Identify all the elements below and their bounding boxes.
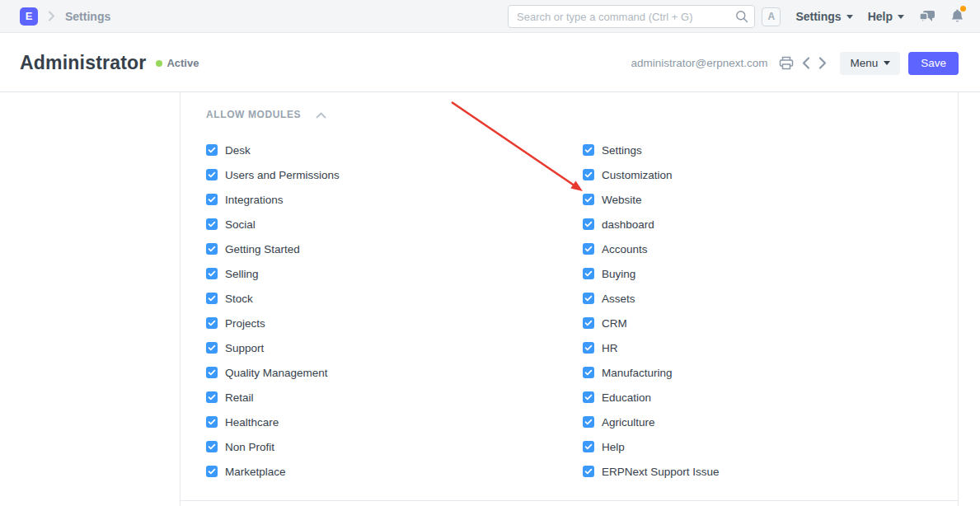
module-checkbox-row[interactable]: Support bbox=[206, 335, 583, 360]
module-checkbox[interactable] bbox=[583, 144, 594, 156]
module-label: HR bbox=[602, 342, 618, 354]
module-checkbox[interactable] bbox=[583, 441, 594, 452]
settings-dropdown-label: Settings bbox=[795, 10, 841, 23]
breadcrumb[interactable]: Settings bbox=[65, 10, 110, 23]
module-checkbox-row[interactable]: Stock bbox=[206, 286, 583, 311]
module-checkbox[interactable] bbox=[206, 342, 218, 354]
module-checkbox-row[interactable]: Getting Started bbox=[206, 237, 583, 261]
module-checkbox[interactable] bbox=[583, 169, 594, 180]
module-checkbox[interactable] bbox=[206, 293, 218, 304]
next-button[interactable] bbox=[818, 57, 827, 69]
module-checkbox-row[interactable]: Assets bbox=[583, 286, 941, 311]
search-input[interactable] bbox=[508, 5, 755, 28]
module-checkbox-row[interactable]: Accounts bbox=[583, 237, 941, 261]
module-checkbox[interactable] bbox=[206, 416, 218, 428]
caret-down-icon bbox=[898, 15, 904, 19]
print-icon[interactable] bbox=[779, 56, 794, 70]
module-checkbox-row[interactable]: Website bbox=[583, 187, 941, 212]
module-checkbox-row[interactable]: Buying bbox=[583, 261, 941, 286]
caret-down-icon bbox=[884, 61, 890, 65]
menu-button[interactable]: Menu bbox=[840, 52, 900, 75]
module-label: Marketplace bbox=[225, 466, 286, 478]
module-checkbox-row[interactable]: Manufacturing bbox=[583, 360, 941, 385]
module-label: Website bbox=[602, 194, 642, 206]
bell-icon[interactable] bbox=[950, 9, 964, 24]
module-checkbox[interactable] bbox=[206, 391, 218, 403]
module-label: Assets bbox=[602, 293, 635, 305]
user-email: administrator@erpnext.com bbox=[631, 57, 767, 69]
module-checkbox[interactable] bbox=[206, 243, 218, 255]
module-checkbox[interactable] bbox=[206, 169, 218, 180]
module-label: Education bbox=[602, 391, 651, 404]
form-body: ALLOW MODULES DeskUsers and PermissionsI… bbox=[180, 92, 959, 506]
module-checkbox[interactable] bbox=[583, 391, 594, 403]
navbar-actions: A Settings Help bbox=[762, 0, 964, 33]
module-checkbox-row[interactable]: CRM bbox=[583, 311, 941, 335]
module-checkbox-row[interactable]: Projects bbox=[206, 311, 583, 335]
module-checkbox[interactable] bbox=[206, 441, 218, 452]
module-checkbox-row[interactable]: Quality Management bbox=[206, 360, 583, 385]
module-label: Stock bbox=[225, 293, 253, 305]
module-checkbox-row[interactable]: Retail bbox=[206, 385, 583, 410]
module-checkbox-row[interactable]: Customization bbox=[583, 162, 941, 187]
global-search bbox=[508, 5, 755, 28]
module-checkbox[interactable] bbox=[583, 293, 594, 304]
help-dropdown[interactable]: Help bbox=[868, 10, 904, 23]
avatar[interactable]: A bbox=[762, 7, 781, 26]
module-checkbox[interactable] bbox=[206, 194, 218, 205]
status-label: Active bbox=[166, 57, 199, 69]
section-allow-modules-head[interactable]: ALLOW MODULES bbox=[206, 107, 326, 122]
module-label: Selling bbox=[225, 268, 259, 280]
module-checkbox-row[interactable]: Selling bbox=[206, 261, 583, 286]
module-checkbox[interactable] bbox=[583, 243, 594, 255]
module-label: Buying bbox=[602, 268, 635, 280]
module-checkbox[interactable] bbox=[206, 218, 218, 230]
module-checkbox[interactable] bbox=[206, 317, 218, 329]
module-checkbox[interactable] bbox=[206, 367, 218, 378]
module-checkbox-row[interactable]: Social bbox=[206, 212, 583, 237]
chevron-up-icon bbox=[316, 107, 326, 122]
module-checkbox[interactable] bbox=[583, 194, 594, 205]
module-label: Agriculture bbox=[602, 416, 655, 429]
status-badge: Active bbox=[156, 57, 199, 69]
module-checkbox-row[interactable]: HR bbox=[583, 335, 941, 360]
module-checkbox[interactable] bbox=[206, 268, 218, 279]
section-divider bbox=[181, 500, 958, 501]
module-label: Non Profit bbox=[225, 441, 274, 453]
module-checkbox-row[interactable]: Marketplace bbox=[206, 459, 583, 484]
module-checkbox-row[interactable]: Users and Permissions bbox=[206, 162, 583, 187]
avatar-initial: A bbox=[768, 11, 776, 22]
module-checkbox-row[interactable]: Non Profit bbox=[206, 434, 583, 459]
module-label: Help bbox=[602, 441, 625, 453]
module-label: Quality Management bbox=[225, 367, 328, 379]
modules-grid: DeskUsers and PermissionsIntegrationsSoc… bbox=[206, 138, 941, 484]
save-button[interactable]: Save bbox=[908, 52, 959, 75]
module-checkbox-row[interactable]: Education bbox=[583, 385, 941, 410]
chat-icon[interactable] bbox=[919, 10, 935, 24]
module-checkbox-row[interactable]: dashboard bbox=[583, 212, 941, 237]
settings-dropdown[interactable]: Settings bbox=[795, 10, 852, 23]
module-checkbox-row[interactable]: Healthcare bbox=[206, 410, 583, 434]
module-label: Users and Permissions bbox=[225, 169, 340, 181]
prev-button[interactable] bbox=[802, 57, 810, 69]
module-label: Desk bbox=[225, 144, 251, 157]
help-dropdown-label: Help bbox=[868, 10, 893, 23]
module-checkbox-row[interactable]: Settings bbox=[583, 138, 941, 162]
module-checkbox[interactable] bbox=[206, 466, 218, 477]
module-checkbox[interactable] bbox=[583, 466, 594, 477]
chevron-right-icon bbox=[48, 11, 55, 21]
module-checkbox[interactable] bbox=[583, 367, 594, 378]
module-checkbox-row[interactable]: Desk bbox=[206, 138, 583, 162]
module-checkbox-row[interactable]: Agriculture bbox=[583, 410, 941, 434]
search-icon[interactable] bbox=[735, 10, 748, 26]
module-checkbox-row[interactable]: Integrations bbox=[206, 187, 583, 212]
module-checkbox-row[interactable]: ERPNext Support Issue bbox=[583, 459, 941, 484]
app-logo[interactable]: E bbox=[20, 7, 38, 26]
module-checkbox-row[interactable]: Help bbox=[583, 434, 941, 459]
module-checkbox[interactable] bbox=[583, 342, 594, 354]
module-checkbox[interactable] bbox=[583, 268, 594, 279]
module-checkbox[interactable] bbox=[583, 416, 594, 428]
module-checkbox[interactable] bbox=[583, 218, 594, 230]
module-checkbox[interactable] bbox=[206, 144, 218, 156]
module-checkbox[interactable] bbox=[583, 317, 594, 329]
